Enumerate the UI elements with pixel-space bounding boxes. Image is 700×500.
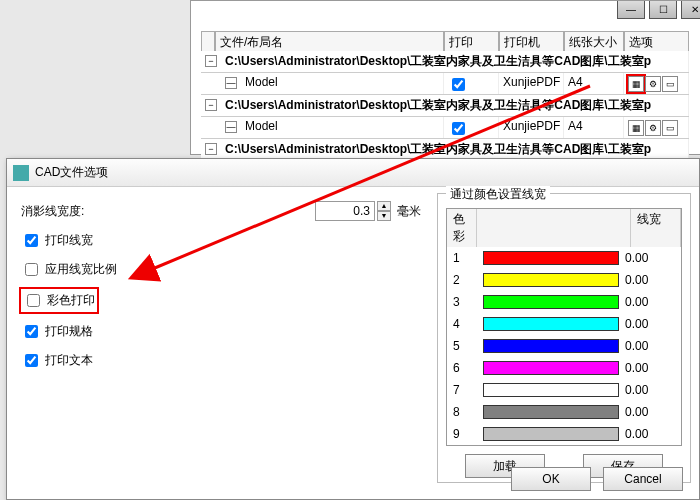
color-row[interactable]: 60.00	[447, 357, 681, 379]
spinner-down[interactable]: ▼	[377, 211, 391, 221]
color-row[interactable]: 10.00	[447, 247, 681, 269]
cancel-button[interactable]: Cancel	[603, 467, 683, 491]
page-icon[interactable]: ▭	[662, 76, 678, 92]
maximize-button[interactable]: ☐	[649, 1, 677, 19]
check-print-lineweight[interactable]: 打印线宽	[21, 231, 93, 250]
settings-icon[interactable]: ⚙	[645, 76, 661, 92]
color-row[interactable]: 20.00	[447, 269, 681, 291]
table-row[interactable]: −C:\Users\Administrator\Desktop\工装室内家具及卫…	[201, 51, 689, 73]
color-row[interactable]: 50.00	[447, 335, 681, 357]
color-row[interactable]: 40.00	[447, 313, 681, 335]
file-list-window: — ☐ ✕ 文件/布局名 打印 打印机 纸张大小 选项 −C:\Users\Ad…	[190, 0, 700, 155]
color-lineweight-group: 通过颜色设置线宽 色彩 线宽 10.0020.0030.0040.0050.00…	[437, 193, 691, 483]
app-icon	[13, 165, 29, 181]
tree-collapse-icon[interactable]: −	[205, 99, 217, 111]
col-lw[interactable]: 线宽	[631, 209, 681, 247]
col-color[interactable]: 色彩	[447, 209, 477, 247]
lineweight-input[interactable]	[315, 201, 375, 221]
minimize-button[interactable]: —	[617, 1, 645, 19]
tree-collapse-icon[interactable]: −	[205, 143, 217, 155]
color-table: 色彩 线宽 10.0020.0030.0040.0050.0060.0070.0…	[446, 208, 682, 446]
color-row[interactable]: 70.00	[447, 379, 681, 401]
unit-label: 毫米	[397, 203, 421, 220]
color-row[interactable]: 100.00	[447, 445, 681, 446]
check-color-print[interactable]: 彩色打印	[21, 289, 97, 312]
table-row[interactable]: — Model XunjiePDF A4 ▦ ⚙ ▭	[201, 117, 689, 139]
dialog-title: CAD文件选项	[35, 164, 108, 181]
settings-icon[interactable]: ⚙	[645, 120, 661, 136]
tree-leaf-icon: —	[225, 121, 237, 133]
close-button[interactable]: ✕	[681, 1, 700, 19]
check-print-text[interactable]: 打印文本	[21, 351, 93, 370]
layout-icon[interactable]: ▦	[628, 120, 644, 136]
layout-icon[interactable]: ▦	[628, 76, 644, 92]
spinner-up[interactable]: ▲	[377, 201, 391, 211]
table-row[interactable]: −C:\Users\Administrator\Desktop\工装室内家具及卫…	[201, 95, 689, 117]
page-icon[interactable]: ▭	[662, 120, 678, 136]
ok-button[interactable]: OK	[511, 467, 591, 491]
tree-collapse-icon[interactable]: −	[205, 55, 217, 67]
cad-file-options-dialog: CAD文件选项 消影线宽度: ▲ ▼ 毫米 打印线宽 应用线宽比例 彩色打印 打…	[6, 158, 700, 500]
color-row[interactable]: 80.00	[447, 401, 681, 423]
dialog-titlebar: CAD文件选项	[7, 159, 699, 187]
table-row[interactable]: — Model XunjiePDF A4 ▦ ⚙ ▭	[201, 73, 689, 95]
lineweight-label: 消影线宽度:	[21, 203, 84, 220]
check-apply-scale[interactable]: 应用线宽比例	[21, 260, 117, 279]
print-checkbox[interactable]	[452, 78, 465, 91]
print-checkbox[interactable]	[452, 122, 465, 135]
tree-leaf-icon: —	[225, 77, 237, 89]
color-row[interactable]: 30.00	[447, 291, 681, 313]
color-row[interactable]: 90.00	[447, 423, 681, 445]
group-legend: 通过颜色设置线宽	[446, 186, 550, 203]
check-print-spec[interactable]: 打印规格	[21, 322, 93, 341]
